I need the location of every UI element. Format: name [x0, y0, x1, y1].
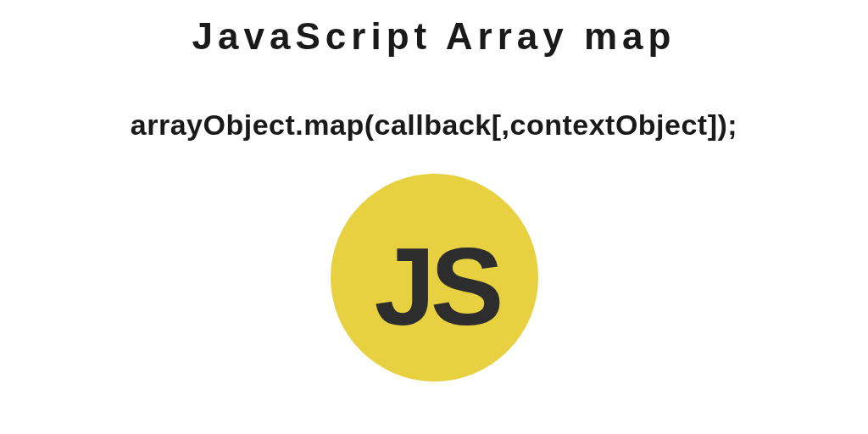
- js-logo-text: JS: [374, 223, 498, 350]
- js-logo-circle: JS: [331, 174, 538, 381]
- page-title: JavaScript Array map: [192, 15, 676, 58]
- code-syntax-line: arrayObject.map(callback[,contextObject]…: [131, 108, 737, 142]
- document-container: JavaScript Array map arrayObject.map(cal…: [0, 0, 868, 434]
- logo-container: JS: [331, 174, 538, 381]
